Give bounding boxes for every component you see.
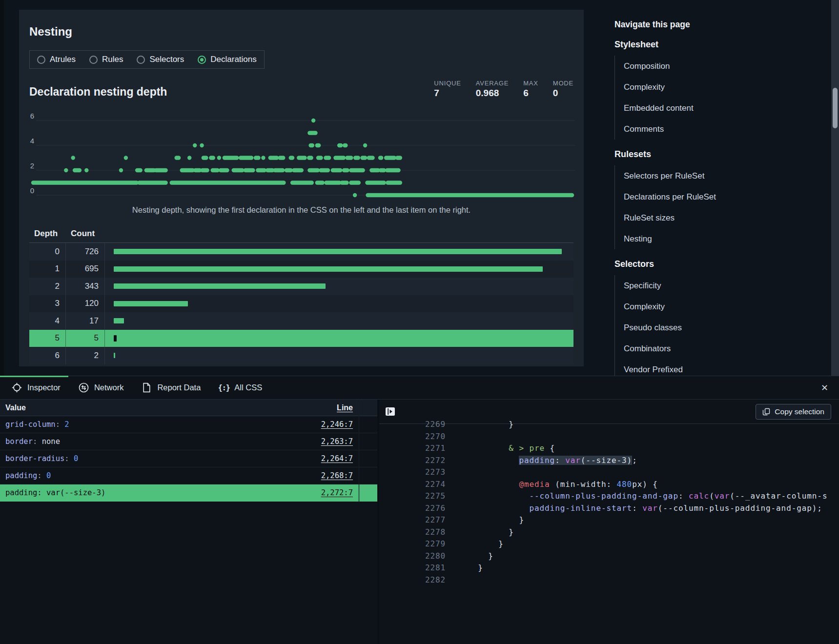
nav-section-rulesets: Rulesets: [614, 149, 776, 160]
active-tab-indicator: [0, 376, 68, 377]
declaration-row[interactable]: grid-column: 22,246:7: [0, 416, 377, 433]
line-number: 2271: [425, 443, 448, 455]
line-number: 2275: [425, 490, 448, 503]
code-line-2276: 2276 padding-inline-start: var(--column-…: [379, 503, 839, 515]
depth-count-table: DepthCount07261695234331204175562: [29, 224, 573, 364]
depth-table-row-1[interactable]: 1695: [29, 261, 573, 278]
count-bar: [105, 278, 573, 295]
tab-all-css[interactable]: {:}All CSS: [214, 376, 275, 399]
nav-item-complexity[interactable]: Complexity: [624, 296, 776, 317]
nav-item-embedded-content[interactable]: Embedded content: [624, 98, 776, 119]
radio-label: Atrules: [50, 55, 76, 64]
stat-unique: UNIQUE7: [434, 80, 461, 99]
nav-item-declarations-per-ruleset[interactable]: Declarations per RuleSet: [624, 186, 776, 207]
depth-table-row-0[interactable]: 0726: [29, 243, 573, 261]
nav-item-pseudo-classes[interactable]: Pseudo classes: [624, 317, 776, 338]
inspector-tab-bar: InspectorNetworkReport Data{:}All CSS ✕: [0, 376, 839, 400]
radio-circle-icon: [137, 56, 145, 64]
css-code-viewer[interactable]: 2269 }22702271 & > pre {2272 padding: va…: [379, 419, 839, 583]
stat-average: AVERAGE0.968: [476, 80, 509, 99]
line-number: 2276: [425, 503, 448, 515]
copy-selection-button[interactable]: Copy selection: [756, 404, 831, 420]
nav-item-selectors-per-ruleset[interactable]: Selectors per RuleSet: [624, 165, 776, 186]
declaration-row[interactable]: border-radius: 02,264:7: [0, 450, 377, 467]
tab-network[interactable]: Network: [74, 376, 137, 399]
radio-selectors[interactable]: Selectors: [137, 55, 184, 64]
declaration-row[interactable]: padding: var(--size-3)2,272:7: [0, 484, 377, 502]
line-number: 2269: [425, 419, 448, 431]
inspector-body: Value Line grid-column: 22,246:7border: …: [0, 400, 839, 644]
radio-circle-icon: [198, 56, 206, 64]
line-link[interactable]: 2,264:7: [321, 454, 353, 463]
line-column-header[interactable]: Line: [337, 403, 353, 412]
code-line-2269: 2269 }: [379, 419, 839, 431]
line-link[interactable]: 2,263:7: [321, 437, 353, 446]
count-bar: [105, 312, 573, 330]
copy-selection-label: Copy selection: [775, 407, 824, 416]
line-link[interactable]: 2,246:7: [321, 420, 353, 429]
card-title: Nesting: [29, 25, 573, 39]
nav-item-complexity[interactable]: Complexity: [624, 77, 776, 98]
tab-label: Network: [94, 383, 124, 392]
line-number: 2270: [425, 431, 448, 443]
tab-label: Report Data: [157, 383, 201, 392]
nav-section-selectors: Selectors: [614, 259, 776, 269]
code-line-2273: 2273: [379, 466, 839, 479]
page-scrollbar[interactable]: [831, 0, 839, 376]
count-bar: [105, 261, 573, 278]
radio-label: Rules: [102, 55, 123, 64]
declaration-row[interactable]: border: none2,263:7: [0, 433, 377, 450]
declaration-row[interactable]: padding: 02,268:7: [0, 467, 377, 484]
tab-label: Inspector: [27, 383, 61, 392]
scrollbar-thumb[interactable]: [833, 88, 838, 128]
radio-label: Declarations: [210, 55, 257, 64]
panel-toggle-icon[interactable]: [385, 406, 397, 417]
crosshair-icon: [12, 382, 22, 393]
line-number: 2278: [425, 526, 448, 539]
line-link[interactable]: 2,272:7: [321, 488, 353, 497]
tab-report-data[interactable]: Report Data: [137, 376, 214, 399]
code-line-2270: 2270: [379, 431, 839, 443]
depth-table-row-3[interactable]: 3120: [29, 295, 573, 313]
code-line-2278: 2278 }: [379, 526, 839, 539]
nav-item-composition[interactable]: Composition: [624, 56, 776, 77]
page-navigation: Navigate this page StylesheetComposition…: [614, 20, 776, 380]
stat-max: MAX6: [523, 80, 538, 99]
radio-atrules[interactable]: Atrules: [37, 55, 76, 64]
code-line-2275: 2275 --column-plus-padding-and-gap: calc…: [379, 490, 839, 503]
depth-table-row-2[interactable]: 2343: [29, 278, 573, 295]
depth-table-header: DepthCount: [29, 224, 573, 243]
svg-text:0: 0: [30, 186, 34, 195]
app-window: Nesting AtrulesRulesSelectorsDeclaration…: [0, 0, 839, 644]
line-number: 2272: [425, 455, 448, 467]
nesting-depth-scatter-chart: 6420: [29, 110, 575, 201]
stat-mode: MODE0: [553, 80, 573, 99]
all-css-icon: {:}: [219, 382, 229, 393]
code-line-2279: 2279 }: [379, 538, 839, 550]
count-bar: [105, 243, 573, 261]
nav-item-specificity[interactable]: Specificity: [624, 275, 776, 296]
close-icon[interactable]: ✕: [821, 382, 828, 393]
value-column-header: Value: [5, 403, 26, 412]
radio-rules[interactable]: Rules: [89, 55, 123, 64]
radio-circle-icon: [37, 56, 45, 64]
tab-inspector[interactable]: Inspector: [7, 376, 74, 399]
report-data-icon: [142, 382, 152, 393]
nav-item-ruleset-sizes[interactable]: RuleSet sizes: [624, 207, 776, 228]
line-number: 2273: [425, 466, 448, 479]
nav-item-comments[interactable]: Comments: [624, 119, 776, 140]
depth-table-row-4[interactable]: 417: [29, 312, 573, 330]
depth-table-row-6[interactable]: 62: [29, 347, 573, 364]
line-link[interactable]: 2,268:7: [321, 471, 353, 480]
count-bar: [105, 295, 573, 313]
metric-radio-group: AtrulesRulesSelectorsDeclarations: [29, 50, 265, 69]
code-line-2271: 2271 & > pre {: [379, 443, 839, 455]
column-separator: [359, 400, 359, 502]
nav-section-stylesheet: Stylesheet: [614, 40, 776, 50]
depth-table-row-5[interactable]: 55: [29, 330, 573, 347]
svg-text:4: 4: [30, 137, 34, 145]
line-number: 2279: [425, 538, 448, 550]
nav-item-nesting[interactable]: Nesting: [624, 228, 776, 249]
radio-declarations[interactable]: Declarations: [198, 55, 257, 64]
nav-item-combinators[interactable]: Combinators: [624, 338, 776, 359]
